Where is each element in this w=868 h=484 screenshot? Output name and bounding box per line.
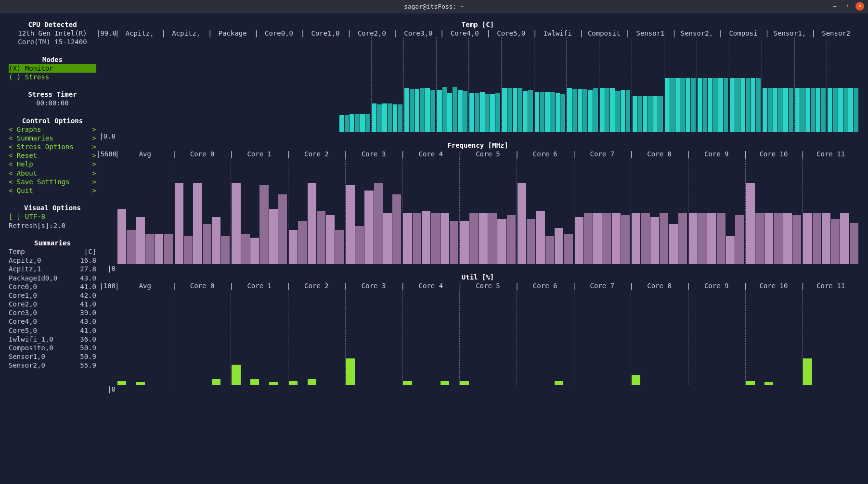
window-title: sagar@itsFoss: ~ [404, 3, 464, 11]
window-close-icon[interactable]: × [855, 2, 864, 11]
titlebar: sagar@itsFoss: ~ — + × [0, 0, 868, 13]
window-maximize-icon[interactable]: + [843, 2, 852, 11]
window-minimize-icon[interactable]: — [830, 2, 839, 11]
